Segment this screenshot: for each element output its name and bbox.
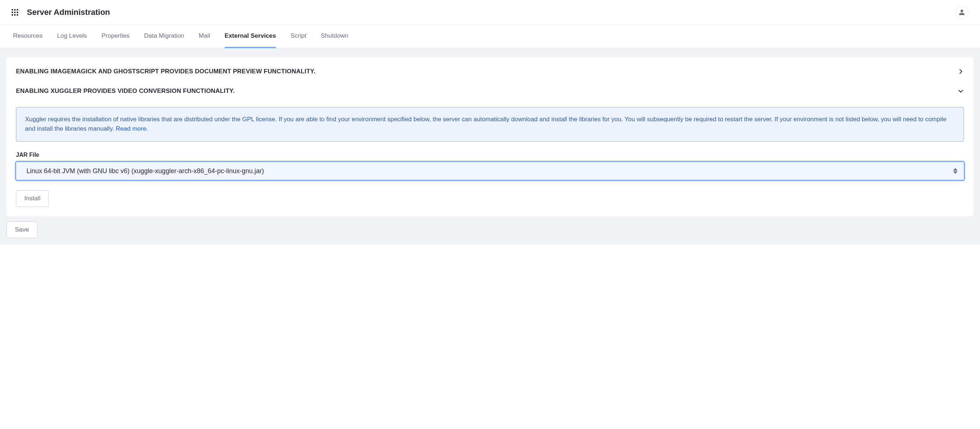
read-more-link[interactable]: Read more. [116, 125, 148, 132]
save-button[interactable]: Save [6, 221, 37, 238]
tab-log-levels[interactable]: Log Levels [57, 25, 87, 48]
header-left: Server Administration [12, 8, 110, 17]
tab-script[interactable]: Script [290, 25, 306, 48]
accordion-xuggler[interactable]: ENABLING XUGGLER PROVIDES VIDEO CONVERSI… [16, 85, 964, 97]
user-icon [959, 9, 965, 16]
tab-data-migration[interactable]: Data Migration [144, 25, 185, 48]
chevron-down-icon [958, 88, 964, 94]
page-title: Server Administration [27, 8, 110, 17]
tab-mail[interactable]: Mail [199, 25, 210, 48]
jar-file-select-wrap: Linux 64-bit JVM (with GNU libc v6) (xug… [16, 162, 964, 180]
header: Server Administration [0, 0, 980, 25]
jar-file-label: JAR File [16, 152, 964, 158]
xuggler-info-text: Xuggler requires the installation of nat… [25, 116, 947, 132]
tab-properties[interactable]: Properties [102, 25, 130, 48]
jar-file-select[interactable]: Linux 64-bit JVM (with GNU libc v6) (xug… [16, 162, 964, 180]
tab-external-services[interactable]: External Services [225, 25, 276, 48]
install-button[interactable]: Install [16, 190, 49, 207]
accordion-imagemagick-title: ENABLING IMAGEMAGICK AND GHOSTSCRIPT PRO… [16, 68, 315, 75]
chevron-right-icon [958, 68, 964, 75]
panel-external-services: ENABLING IMAGEMAGICK AND GHOSTSCRIPT PRO… [6, 57, 974, 216]
tabs-nav: Resources Log Levels Properties Data Mig… [0, 25, 980, 48]
accordion-imagemagick[interactable]: ENABLING IMAGEMAGICK AND GHOSTSCRIPT PRO… [16, 66, 964, 77]
accordion-xuggler-title: ENABLING XUGGLER PROVIDES VIDEO CONVERSI… [16, 87, 235, 95]
tab-resources[interactable]: Resources [13, 25, 43, 48]
apps-grid-icon[interactable] [12, 9, 18, 16]
tab-shutdown[interactable]: Shutdown [321, 25, 348, 48]
xuggler-info-alert: Xuggler requires the installation of nat… [16, 107, 964, 141]
content-area: ENABLING IMAGEMAGICK AND GHOSTSCRIPT PRO… [0, 48, 980, 245]
avatar[interactable] [955, 6, 968, 19]
